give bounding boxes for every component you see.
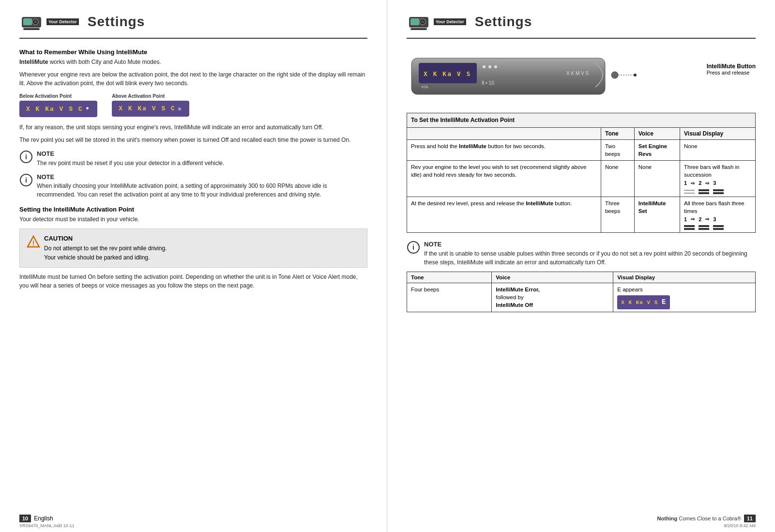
col-header-visual: Visual Display bbox=[680, 127, 756, 139]
caution-line1: Do not attempt to set the rev point whil… bbox=[44, 244, 167, 253]
caution-title: CAUTION bbox=[44, 234, 167, 244]
row3-bars bbox=[684, 225, 751, 230]
error-voice-bold1: IntelliMute Error, bbox=[496, 287, 540, 292]
error-table-row: Four beeps IntelliMute Error, followed b… bbox=[407, 283, 756, 312]
bar-seg-2b bbox=[699, 192, 709, 194]
row2-tone: None bbox=[601, 160, 634, 197]
note3-text: If the unit is unable to sense usable pu… bbox=[424, 249, 756, 267]
above-label: Above Activation Point bbox=[112, 93, 165, 99]
note3-title: NOTE bbox=[424, 240, 756, 249]
table-row-1: Press and hold the IntelliMute button fo… bbox=[407, 139, 756, 160]
svg-point-23 bbox=[494, 65, 497, 68]
row3-voice: IntelliMute Set bbox=[634, 197, 680, 233]
note1-content: NOTE The rev point must be reset if you … bbox=[37, 149, 224, 167]
e-letter: E bbox=[662, 298, 666, 306]
arrow1: ⇨ bbox=[691, 180, 695, 187]
caution-box: ! CAUTION Do not attempt to set the rev … bbox=[19, 228, 367, 268]
para-final: IntelliMute must be turned On before set… bbox=[19, 273, 367, 290]
svg-point-3 bbox=[34, 20, 37, 23]
bar-seg-3e bbox=[699, 228, 709, 230]
note3-icon: i bbox=[407, 241, 420, 254]
error-tone: Four beeps bbox=[407, 283, 492, 312]
right-page: Your Detector Settings bbox=[387, 0, 775, 532]
bar-row-2 bbox=[684, 192, 751, 194]
file-info: XRS9470_MANL.indd 10-11 bbox=[19, 523, 75, 528]
svg-point-26 bbox=[611, 72, 618, 78]
error-col-tone: Tone bbox=[407, 272, 492, 283]
svg-point-28 bbox=[634, 74, 637, 76]
error-visual: E appears X K Ka V S E bbox=[613, 283, 756, 312]
row2-nums: 1 ⇨ 2 ⇨ 3 bbox=[684, 180, 751, 187]
cobra-rest: Comes Close to a Cobra® bbox=[679, 516, 741, 521]
bar-seg-3d bbox=[684, 228, 695, 230]
display-example-below: Below Activation Point X K Ka V S C • bbox=[19, 93, 97, 117]
bar-seg-2c bbox=[713, 192, 724, 194]
error-voice: IntelliMute Error, followed by IntelliMu… bbox=[492, 283, 613, 312]
right-footer: Nothing Comes Close to a Cobra® 11 bbox=[387, 515, 775, 522]
row3-bold: IntelliMute bbox=[526, 200, 553, 206]
detector-illustration: X K Ka V S VOL 8 • 10 X K M V S bbox=[407, 48, 639, 106]
display-screen-above: X K Ka V S C ✳ bbox=[112, 101, 189, 117]
note2-title: NOTE bbox=[37, 172, 367, 182]
right-header: Your Detector Settings bbox=[407, 10, 756, 39]
detector-icon-left bbox=[19, 10, 44, 34]
your-detector-badge-right: Your Detector bbox=[434, 18, 470, 25]
num1b: 1 bbox=[684, 216, 687, 223]
section1-title: What to Remember While Using IntelliMute bbox=[19, 48, 367, 56]
left-footer: 10 English bbox=[0, 515, 387, 522]
table-header-row: Tone Voice Visual Display bbox=[407, 127, 756, 139]
note2-box: i NOTE When initially choosing your Inte… bbox=[19, 172, 367, 199]
bar-row-3a bbox=[684, 225, 751, 227]
table-row-2: Rev your engine to the level you wish to… bbox=[407, 160, 756, 197]
arrow2: ⇨ bbox=[705, 180, 709, 187]
bar-seg-3f bbox=[713, 228, 724, 230]
intellimute-button-label: IntelliMute Button Press and release bbox=[707, 63, 756, 76]
para3: If, for any reason, the unit stops sensi… bbox=[19, 123, 367, 132]
error-col-voice: Voice bbox=[492, 272, 613, 283]
row3-nums: 1 ⇨ 2 ⇨ 3 bbox=[684, 216, 751, 223]
svg-text:X K Ka V S: X K Ka V S bbox=[424, 70, 471, 77]
row1-tone: Two beeps bbox=[601, 139, 634, 160]
display-text-above: X K Ka V S C bbox=[119, 105, 176, 112]
num3: 3 bbox=[713, 180, 716, 187]
display-text-below: X K Ka V S C bbox=[26, 106, 83, 113]
left-page: Your Detector Settings What to Remember … bbox=[0, 0, 387, 532]
row1-voice: Set Engine Revs bbox=[634, 139, 680, 160]
page-num-right-container: Nothing Comes Close to a Cobra® 11 bbox=[657, 515, 756, 522]
row1-bold: IntelliMute bbox=[459, 143, 486, 149]
col-header-tone: Tone bbox=[601, 127, 634, 139]
dot-indicator: • bbox=[85, 105, 91, 113]
bar-row-1 bbox=[684, 189, 751, 191]
table-title-cell: To Set the IntelliMute Activation Point bbox=[407, 113, 756, 128]
page-num-box-right: 11 bbox=[744, 515, 756, 522]
num2: 2 bbox=[699, 180, 701, 187]
display-screen-below: X K Ka V S C • bbox=[19, 101, 97, 117]
page-num-left: 10 English bbox=[19, 515, 53, 522]
error-table: Tone Voice Visual Display Four beeps Int… bbox=[407, 272, 756, 313]
intellimute-btn-title: IntelliMute Button bbox=[707, 63, 756, 70]
row1-action: Press and hold the IntelliMute button fo… bbox=[407, 139, 601, 160]
svg-rect-4 bbox=[23, 28, 40, 30]
caution-icon: ! bbox=[27, 235, 40, 248]
svg-rect-12 bbox=[410, 18, 419, 25]
row3-visual-text: All three bars flash three times bbox=[684, 199, 751, 215]
num2b: 2 bbox=[699, 216, 701, 223]
detector-image-wrapper: X K Ka V S VOL 8 • 10 X K M V S bbox=[407, 48, 756, 108]
left-page-title: Settings bbox=[88, 14, 145, 30]
svg-text:i: i bbox=[25, 176, 27, 184]
note1-title: NOTE bbox=[37, 149, 224, 159]
error-voice-bold2: IntelliMute Off bbox=[496, 302, 533, 308]
svg-point-22 bbox=[488, 65, 491, 68]
svg-point-14 bbox=[421, 20, 424, 23]
bar-seg-3b bbox=[699, 225, 709, 227]
note3-box: i NOTE If the unit is unable to sense us… bbox=[407, 240, 756, 267]
note2-content: NOTE When initially choosing your Intell… bbox=[37, 172, 367, 199]
error-voice-followed: followed by bbox=[496, 294, 524, 300]
display-examples: Below Activation Point X K Ka V S C • Ab… bbox=[19, 93, 367, 117]
detector-icon-right bbox=[407, 10, 431, 34]
intellimute-btn-sub: Press and release bbox=[707, 70, 756, 76]
below-label: Below Activation Point bbox=[19, 93, 72, 99]
row2-action: Rev your engine to the level you wish to… bbox=[407, 160, 601, 197]
svg-text:i: i bbox=[25, 153, 27, 161]
svg-text:!: ! bbox=[32, 239, 35, 247]
